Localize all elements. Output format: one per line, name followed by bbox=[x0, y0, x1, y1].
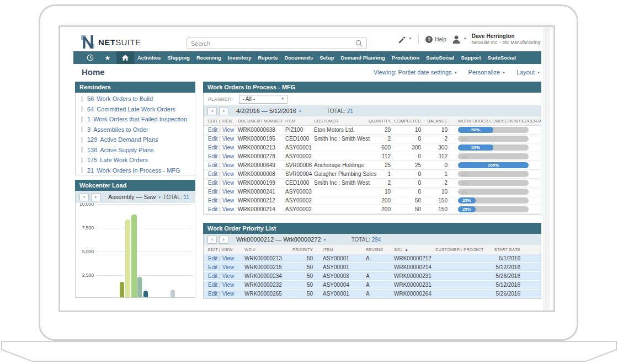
nav-item-receiving[interactable]: Receiving bbox=[193, 51, 225, 64]
view-link[interactable]: View bbox=[222, 180, 235, 186]
search-input[interactable] bbox=[191, 40, 355, 47]
netsuite-logo-icon bbox=[81, 35, 94, 49]
view-link[interactable]: View bbox=[222, 255, 235, 261]
wo-balance: 112 bbox=[424, 153, 451, 159]
nav-item-suitesocial[interactable]: SuiteSocial bbox=[484, 51, 519, 64]
prev-button[interactable]: ‹ bbox=[207, 107, 217, 115]
nav-item-activities[interactable]: Activities bbox=[134, 51, 164, 64]
edit-link[interactable]: Edit bbox=[208, 180, 217, 186]
view-link[interactable]: View bbox=[222, 291, 235, 297]
nav-item-support[interactable]: Support bbox=[457, 51, 484, 64]
priority-table-row: Edit|ViewWRK0000021550ASY00001WRK0000021… bbox=[204, 263, 541, 272]
view-link[interactable]: View bbox=[222, 282, 235, 288]
reminder-item[interactable]: 64Committed Late Work Orders bbox=[76, 104, 195, 115]
viewing-settings-menu[interactable]: Viewing: Portlet date settings▼ bbox=[374, 69, 457, 76]
view-link[interactable]: View bbox=[222, 144, 235, 151]
wo-completion-cell: 50% bbox=[451, 127, 541, 133]
view-link[interactable]: View bbox=[222, 189, 235, 195]
scrollbar[interactable] bbox=[544, 27, 550, 311]
work-orders-range-select[interactable]: 4/2/2016 — 5/12/2016▼ bbox=[236, 108, 302, 114]
view-link[interactable]: View bbox=[222, 162, 235, 168]
edit-link[interactable]: Edit bbox=[208, 255, 217, 261]
reminder-item[interactable]: 3Assemblies to Order bbox=[76, 125, 195, 135]
view-link[interactable]: View bbox=[222, 153, 235, 159]
edit-link[interactable]: Edit bbox=[208, 136, 217, 142]
user-info[interactable]: Dave Herrington NetSuite Inc. - 06: Manu… bbox=[472, 33, 540, 45]
prev-button[interactable]: ‹ bbox=[79, 193, 89, 201]
total-value: 294 bbox=[372, 237, 381, 243]
wo-completed: 10 bbox=[392, 127, 424, 133]
view-link[interactable]: View bbox=[222, 127, 235, 133]
work-orders-portlet-header[interactable]: Work Orders In Process - MFG bbox=[203, 82, 541, 93]
wo-document-number: WRK00000278 bbox=[236, 153, 283, 159]
nav-item-demand-planning[interactable]: Demand Planning bbox=[338, 51, 388, 64]
planner-select[interactable]: - All -▼ bbox=[239, 95, 287, 104]
wo-table-row: Edit|ViewWRK00000638PIZ100Eton Motors Lt… bbox=[204, 126, 541, 135]
edit-link[interactable]: Edit bbox=[208, 264, 217, 270]
nav-item-production[interactable]: Production bbox=[388, 51, 423, 64]
priority-range-select[interactable]: Wrk00000212 — Wrk00000272▼ bbox=[236, 236, 327, 243]
edit-link[interactable]: Edit bbox=[208, 171, 217, 177]
wo-customer: Eton Motors Ltd. bbox=[312, 127, 367, 133]
netsuite-logo[interactable]: NETSUITE bbox=[81, 35, 141, 49]
user-menu[interactable]: ▼ bbox=[451, 35, 467, 44]
reminder-item[interactable]: 1Work Orders that Failed Inspection bbox=[76, 114, 195, 125]
reminder-item[interactable]: 129Active Demand Plans bbox=[76, 135, 195, 145]
edit-link[interactable]: Edit bbox=[208, 282, 217, 288]
edit-link[interactable]: Edit bbox=[208, 291, 217, 297]
total-label: TOTAL: bbox=[351, 237, 370, 243]
nav-item-shipping[interactable]: Shipping bbox=[164, 51, 193, 64]
view-link[interactable]: View bbox=[222, 273, 235, 279]
search-box[interactable] bbox=[187, 38, 367, 49]
view-link[interactable]: View bbox=[222, 264, 235, 270]
priority-portlet-header[interactable]: Work Order Priority List bbox=[203, 223, 541, 234]
edit-link[interactable]: Edit bbox=[208, 197, 217, 204]
wo-quantity: 25 bbox=[367, 162, 392, 168]
reminder-label: Late Work Orders bbox=[100, 157, 148, 163]
nav-home[interactable] bbox=[116, 51, 134, 64]
workcenter-portlet-header[interactable]: Wokcenter Load bbox=[75, 180, 195, 191]
nav-item-reports[interactable]: Reports bbox=[255, 51, 281, 64]
edit-link[interactable]: Edit bbox=[208, 144, 217, 151]
next-button[interactable]: › bbox=[219, 107, 228, 115]
nav-item-documents[interactable]: Documents bbox=[281, 51, 316, 64]
view-link[interactable]: View bbox=[222, 206, 235, 212]
nav-item-inventory[interactable]: Inventory bbox=[225, 51, 255, 64]
reminder-item[interactable]: 175Late Work Orders bbox=[76, 155, 195, 165]
help-menu[interactable]: ? Help bbox=[425, 36, 446, 43]
personalize-label: Personalize bbox=[468, 69, 500, 76]
nav-recent-records[interactable] bbox=[81, 51, 99, 64]
reminder-item[interactable]: 138Active Supply Plans bbox=[76, 145, 195, 156]
wo-completed: 0 bbox=[392, 180, 424, 186]
personalize-menu[interactable]: Personalize▼ bbox=[468, 69, 505, 76]
wo-balance: 2 bbox=[424, 136, 451, 142]
view-link[interactable]: View bbox=[222, 136, 235, 142]
nav-item-setup[interactable]: Setup bbox=[316, 51, 337, 64]
workcenter-toolbar: ‹ › Assembly — Saw▼ TOTAL:11 bbox=[76, 191, 195, 203]
edit-link[interactable]: Edit bbox=[208, 162, 217, 168]
workcenter-range-select[interactable]: Assembly — Saw▼ bbox=[108, 194, 161, 200]
header-divider bbox=[418, 34, 419, 44]
view-link[interactable]: View bbox=[222, 171, 235, 177]
edit-link[interactable]: Edit bbox=[208, 153, 217, 159]
wo-item: ASY00002 bbox=[283, 197, 312, 204]
reminder-item[interactable]: 56Work Orders to Build bbox=[76, 94, 195, 104]
edit-link[interactable]: Edit bbox=[208, 206, 217, 212]
reminder-item[interactable]: 21Work Orders In Process - MFG bbox=[76, 165, 195, 176]
prev-button[interactable]: ‹ bbox=[207, 235, 217, 244]
create-new-menu[interactable]: ▼ bbox=[398, 35, 412, 44]
nav-item-suitesocial[interactable]: SuiteSocial bbox=[423, 51, 457, 64]
edit-link[interactable]: Edit bbox=[208, 273, 217, 279]
next-button[interactable]: › bbox=[219, 235, 228, 244]
caret-down-icon: ▼ bbox=[408, 37, 412, 40]
edit-link[interactable]: Edit bbox=[208, 127, 217, 133]
reminders-portlet-header[interactable]: Reminders bbox=[75, 82, 195, 93]
nav-shortcuts[interactable]: ★ bbox=[99, 51, 116, 64]
edit-link[interactable]: Edit bbox=[208, 189, 217, 195]
layout-menu[interactable]: Layout▼ bbox=[516, 69, 540, 76]
next-button[interactable]: › bbox=[91, 193, 100, 201]
brand-light: SUITE bbox=[115, 38, 141, 47]
planner-value: - All - bbox=[242, 96, 255, 102]
workcenter-portlet-body: ‹ › Assembly — Saw▼ TOTAL:11 2,5005,0007… bbox=[75, 191, 195, 298]
view-link[interactable]: View bbox=[222, 197, 235, 204]
